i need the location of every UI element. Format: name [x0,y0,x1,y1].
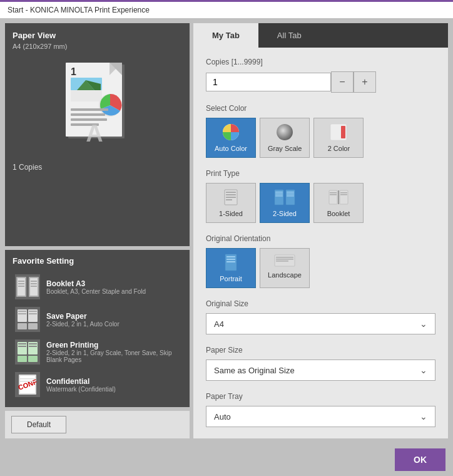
paper-size-label: Paper Size [206,346,435,354]
main-container: Paper View A4 (210x297 mm) 1 [0,18,453,443]
original-size-dropdown[interactable]: A4 ⌄ [206,313,435,334]
favorite-setting-title: Favorite Setting [13,256,182,266]
tab-all-tab[interactable]: All Tab [258,23,320,48]
favorite-name-greenprinting: Green Printing [46,341,180,349]
favorite-icon-greenprinting [15,339,40,365]
svg-point-48 [277,124,293,140]
favorite-icon-savepaper [15,307,40,332]
ok-button[interactable]: OK [395,448,445,471]
paper-preview: 1 [13,56,182,157]
svg-rect-32 [29,313,37,314]
orientation-button-group: Portrait Landscape [206,248,435,288]
landscape-icon [274,254,295,269]
orientation-landscape-button[interactable]: Landscape [260,248,310,288]
print-2sided-button[interactable]: 2-Sided [260,183,310,223]
favorite-desc-savepaper: 2-Sided, 2 in 1, Auto Color [46,321,120,328]
svg-rect-11 [71,113,105,116]
favorite-item-booklet[interactable]: Booklet A3 Booklet, A3, Center Staple an… [13,271,182,303]
title-text: Start - KONICA MINOLTA Print Experience [8,6,150,14]
favorite-item-confidential[interactable]: CONF Confidential Watermark (Confidentia… [13,368,182,401]
print-booklet-button[interactable]: Booklet [313,183,364,223]
svg-text:A: A [86,120,103,147]
svg-rect-54 [226,197,236,198]
two-sided-label: 2-Sided [273,210,297,217]
svg-rect-22 [31,281,37,282]
paper-tray-label: Paper Tray [206,392,435,401]
svg-rect-63 [287,195,294,197]
booklet-icon [328,189,349,207]
favorite-item-savepaper[interactable]: Save Paper 2-Sided, 2 in 1, Auto Color [13,303,182,336]
landscape-label: Landscape [268,271,302,279]
left-panel: Paper View A4 (210x297 mm) 1 [5,23,190,438]
copies-group: Copies [1...9999] − + [206,58,435,93]
tab-my-tab[interactable]: My Tab [193,23,258,48]
svg-rect-59 [275,194,283,195]
favorite-text-savepaper: Save Paper 2-Sided, 2 in 1, Auto Color [46,312,120,328]
two-color-icon [330,123,347,142]
svg-rect-44 [20,378,35,380]
svg-rect-38 [18,346,26,347]
original-orientation-label: Original Orientation [206,234,435,243]
svg-rect-45 [20,381,35,382]
print-type-group: Print Type 1-Sided [206,169,435,223]
copies-increment-button[interactable]: + [354,71,376,93]
title-bar: Start - KONICA MINOLTA Print Experience [0,0,453,18]
svg-rect-68 [340,192,347,194]
svg-rect-29 [18,311,26,312]
svg-rect-67 [330,194,337,195]
paper-tray-dropdown[interactable]: Auto ⌄ [206,406,435,427]
svg-rect-20 [18,283,24,284]
grayscale-label: Gray Scale [268,145,302,152]
original-size-label: Original Size [206,299,435,308]
svg-rect-19 [18,281,24,282]
favorite-desc-greenprinting: 2-Sided, 2 in 1, Gray Scale, Toner Save,… [46,349,180,363]
favorite-name-booklet: Booklet A3 [46,279,146,288]
color-2color-button[interactable]: 2 Color [313,118,364,158]
svg-rect-69 [340,194,347,195]
one-sided-icon [223,189,239,207]
print-1sided-button[interactable]: 1-Sided [206,183,256,223]
svg-rect-27 [18,323,27,329]
original-orientation-group: Original Orientation Portrait [206,234,435,288]
paper-view-section: Paper View A4 (210x297 mm) 1 [5,23,190,246]
svg-rect-72 [227,256,235,257]
svg-rect-73 [227,259,235,260]
svg-text:1: 1 [71,66,76,77]
default-button[interactable]: Default [11,416,66,433]
paper-view-title: Paper View [13,31,182,40]
favorite-item-greenprinting[interactable]: Green Printing 2-Sided, 2 in 1, Gray Sca… [13,336,182,368]
copies-input[interactable] [206,73,331,91]
copies-input-row: − + [206,71,435,93]
svg-rect-66 [330,192,337,194]
paper-tray-value: Auto [214,412,231,422]
copies-decrement-button[interactable]: − [331,71,354,93]
select-color-label: Select Color [206,104,435,113]
svg-rect-76 [276,257,293,258]
favorite-text-confidential: Confidential Watermark (Confidential) [46,377,116,393]
svg-rect-40 [29,346,37,347]
svg-rect-61 [287,192,294,193]
grayscale-icon [276,123,293,142]
svg-rect-77 [276,259,293,260]
svg-rect-28 [28,323,38,329]
original-size-group: Original Size A4 ⌄ [206,299,435,334]
two-sided-icon [274,189,295,207]
auto-color-label: Auto Color [215,145,247,152]
paper-tray-group: Paper Tray Auto ⌄ [206,392,435,427]
paper-size-chevron-icon: ⌄ [420,365,427,375]
paper-size-label: A4 (210x297 mm) [13,43,182,50]
right-panel: My Tab All Tab Copies [1...9999] − + Sel… [193,23,448,438]
svg-rect-35 [18,356,27,362]
paper-size-value: Same as Original Size [214,366,295,375]
copies-label: Copies [1...9999] [206,58,435,66]
paper-preview-svg: 1 [63,61,132,152]
orientation-portrait-button[interactable]: Portrait [206,248,256,288]
paper-size-dropdown[interactable]: Same as Original Size ⌄ [206,360,435,381]
svg-rect-31 [29,311,37,312]
svg-rect-23 [31,283,37,284]
original-size-value: A4 [214,319,224,329]
color-grayscale-button[interactable]: Gray Scale [260,118,310,158]
svg-rect-60 [275,195,283,197]
favorite-desc-booklet: Booklet, A3, Center Staple and Fold [46,288,146,295]
color-auto-button[interactable]: Auto Color [206,118,256,158]
